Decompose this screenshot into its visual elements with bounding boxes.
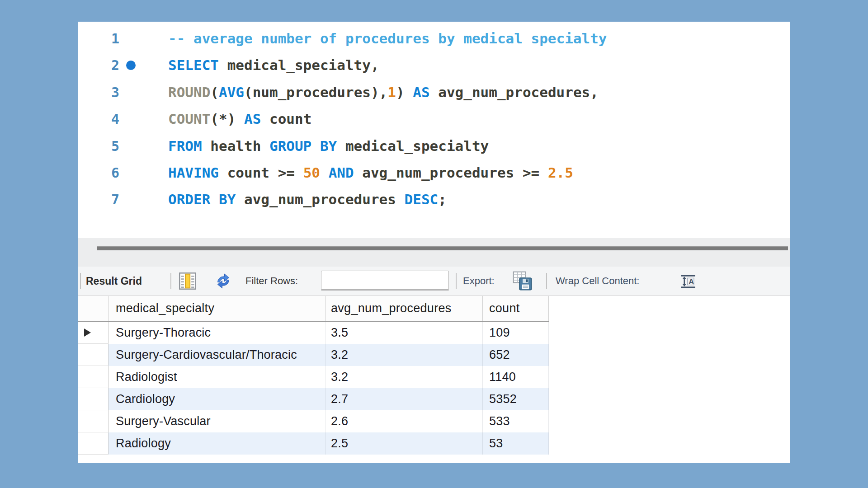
cell-count[interactable]: 53 — [483, 432, 549, 455]
line-number: 2 — [104, 52, 119, 79]
cell-avg_num_procedures[interactable]: 2.5 — [326, 432, 483, 455]
row-selector[interactable] — [78, 410, 108, 432]
row-selector[interactable] — [78, 432, 108, 455]
cell-medical_specialty[interactable]: Cardiology — [108, 388, 326, 410]
column-header-medical-specialty[interactable]: medical_specialty — [108, 296, 326, 321]
result-grid-title: Result Grid — [86, 267, 142, 296]
cell-avg_num_procedures[interactable]: 3.2 — [326, 366, 483, 388]
row-selector[interactable] — [78, 322, 108, 344]
cell-count[interactable]: 533 — [483, 410, 549, 432]
cell-avg_num_procedures[interactable]: 2.7 — [326, 388, 483, 410]
column-header-avg-num-procedures[interactable]: avg_num_procedures — [326, 296, 483, 321]
desktop-background: { "colors": { "background": "#7aa6ce", "… — [0, 0, 868, 488]
code-text: FROM health GROUP BY medical_specialty — [168, 133, 489, 160]
toolbar-separator — [170, 273, 171, 289]
row-selector[interactable] — [78, 366, 108, 388]
filter-rows-input[interactable] — [321, 271, 449, 290]
wrap-cell-content-icon[interactable]: A — [679, 273, 697, 291]
code-lines: 1-- average number of procedures by medi… — [78, 25, 790, 213]
filter-rows-label: Filter Rows: — [245, 267, 298, 296]
code-text: HAVING count >= 50 AND avg_num_procedure… — [168, 160, 573, 186]
line-number: 6 — [104, 160, 119, 186]
code-text: COUNT(*) AS count — [168, 106, 311, 132]
table-row[interactable]: Radiologist3.21140 — [78, 366, 549, 388]
code-editor[interactable]: 1-- average number of procedures by medi… — [78, 22, 790, 238]
toolbar-separator — [80, 273, 81, 289]
line-number: 5 — [104, 133, 119, 160]
export-label: Export: — [463, 267, 495, 296]
code-line: 4COUNT(*) AS count — [78, 106, 790, 132]
table-row[interactable]: Radiology2.553 — [78, 432, 549, 455]
result-grid-header: medical_specialty avg_num_procedures cou… — [78, 296, 549, 322]
grid-columns-icon[interactable] — [179, 272, 197, 292]
cell-medical_specialty[interactable]: Surgery-Vascular — [108, 410, 326, 432]
wrap-cell-content-label: Wrap Cell Content: — [556, 267, 639, 296]
result-grid-toolbar: Result Grid Filter Rows: — [78, 267, 790, 296]
code-text: SELECT medical_specialty, — [168, 52, 379, 79]
code-line: 7ORDER BY avg_num_procedures DESC; — [78, 186, 790, 213]
cell-medical_specialty[interactable]: Radiologist — [108, 366, 326, 388]
code-line: 3ROUND(AVG(num_procedures),1) AS avg_num… — [78, 79, 790, 106]
toolbar-separator — [456, 273, 457, 289]
editor-scrollbar-track[interactable] — [78, 238, 790, 267]
cell-avg_num_procedures[interactable]: 2.6 — [326, 410, 483, 432]
line-number: 3 — [104, 79, 119, 106]
cell-count[interactable]: 652 — [483, 344, 549, 366]
export-save-icon[interactable] — [512, 271, 533, 293]
code-text: ORDER BY avg_num_procedures DESC; — [168, 186, 447, 213]
column-header-count[interactable]: count — [483, 296, 549, 321]
cell-count[interactable]: 109 — [483, 322, 549, 344]
cell-medical_specialty[interactable]: Surgery-Thoracic — [108, 322, 326, 344]
code-line: 5FROM health GROUP BY medical_specialty — [78, 133, 790, 160]
cell-avg_num_procedures[interactable]: 3.5 — [326, 322, 483, 344]
breakpoint-dot-icon — [126, 61, 136, 70]
sql-editor-panel: 1-- average number of procedures by medi… — [78, 22, 790, 463]
cell-count[interactable]: 5352 — [483, 388, 549, 410]
line-number: 7 — [104, 186, 119, 213]
cell-avg_num_procedures[interactable]: 3.2 — [326, 344, 483, 366]
editor-scrollbar-thumb[interactable] — [97, 246, 788, 250]
header-row-selector[interactable] — [78, 296, 108, 321]
row-selector[interactable] — [78, 388, 108, 410]
code-line: 1-- average number of procedures by medi… — [78, 25, 790, 52]
svg-text:A: A — [689, 277, 694, 286]
table-row[interactable]: Surgery-Vascular2.6533 — [78, 410, 549, 432]
row-selector[interactable] — [78, 344, 108, 366]
refresh-arrows-icon[interactable] — [213, 272, 233, 292]
line-number: 1 — [104, 25, 119, 52]
line-number: 4 — [104, 106, 119, 132]
cell-medical_specialty[interactable]: Radiology — [108, 432, 326, 455]
code-text: -- average number of procedures by medic… — [168, 25, 607, 52]
table-row[interactable]: Surgery-Thoracic3.5109 — [78, 322, 549, 344]
code-line: 6HAVING count >= 50 AND avg_num_procedur… — [78, 160, 790, 186]
table-row[interactable]: Cardiology2.75352 — [78, 388, 549, 410]
code-text: ROUND(AVG(num_procedures),1) AS avg_num_… — [168, 79, 599, 106]
table-row[interactable]: Surgery-Cardiovascular/Thoracic3.2652 — [78, 344, 549, 366]
current-row-triangle-icon — [84, 328, 91, 337]
cell-medical_specialty[interactable]: Surgery-Cardiovascular/Thoracic — [108, 344, 326, 366]
toolbar-separator — [546, 273, 547, 289]
result-grid-rows: Surgery-Thoracic3.5109Surgery-Cardiovasc… — [78, 322, 549, 455]
cell-count[interactable]: 1140 — [483, 366, 549, 388]
code-line: 2SELECT medical_specialty, — [78, 52, 790, 79]
